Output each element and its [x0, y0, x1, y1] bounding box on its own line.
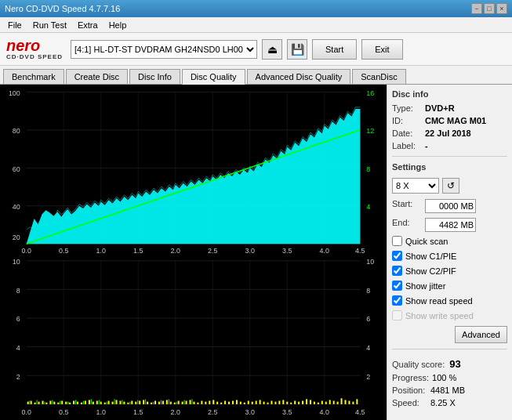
close-button[interactable]: × — [496, 3, 507, 14]
svg-text:40: 40 — [13, 203, 20, 211]
menu-file[interactable]: File — [3, 19, 27, 31]
menu-help[interactable]: Help — [104, 19, 132, 31]
disc-info-section-label: Disc info — [392, 89, 507, 99]
svg-rect-158 — [129, 402, 130, 404]
svg-rect-147 — [44, 402, 45, 404]
exit-button[interactable]: Exit — [361, 39, 402, 60]
svg-text:8: 8 — [366, 165, 370, 172]
speed-settings-row: 8 X 4 X 2 X Max ↺ — [392, 178, 507, 194]
svg-rect-114 — [240, 402, 241, 404]
svg-text:100: 100 — [9, 89, 20, 96]
refresh-button[interactable]: ↺ — [442, 178, 459, 194]
chart-area: 100 80 60 40 20 16 12 8 4 0.0 0.5 1.0 1.… — [0, 85, 387, 420]
nero-subtitle: CD·DVD SPEED — [6, 53, 63, 60]
disc-date-label: Date: — [392, 129, 422, 138]
svg-rect-85 — [127, 403, 129, 404]
settings-section-label: Settings — [392, 162, 507, 172]
position-value: 4481 MB — [430, 386, 465, 395]
svg-rect-140 — [341, 398, 343, 404]
menu-extra[interactable]: Extra — [73, 19, 103, 31]
advanced-button[interactable]: Advanced — [455, 326, 507, 343]
svg-rect-144 — [356, 399, 358, 404]
start-input[interactable] — [425, 199, 476, 213]
svg-rect-84 — [123, 402, 125, 404]
svg-rect-70 — [69, 403, 71, 404]
end-input[interactable] — [425, 218, 476, 232]
quality-score-row: Quality score: 93 — [392, 358, 507, 370]
svg-rect-135 — [321, 401, 323, 404]
quality-score-value: 93 — [449, 358, 460, 370]
disc-date-value: 22 Jul 2018 — [425, 129, 471, 138]
tab-advanced-disc-quality[interactable]: Advanced Disc Quality — [247, 69, 351, 84]
show-jitter-checkbox[interactable] — [392, 281, 402, 291]
show-c1pie-label: Show C1/PIE — [405, 252, 456, 261]
svg-rect-120 — [263, 402, 265, 404]
svg-text:8: 8 — [16, 286, 20, 294]
svg-text:4.5: 4.5 — [355, 247, 365, 255]
svg-rect-159 — [137, 400, 138, 404]
quality-score-label: Quality score: — [392, 360, 445, 369]
svg-rect-87 — [135, 402, 136, 404]
eject-icon-button[interactable]: ⏏ — [262, 39, 282, 60]
svg-rect-105 — [205, 402, 206, 404]
tab-benchmark[interactable]: Benchmark — [3, 69, 64, 84]
svg-rect-60 — [31, 401, 32, 404]
svg-text:0.0: 0.0 — [22, 407, 31, 415]
svg-text:1.0: 1.0 — [96, 247, 106, 255]
svg-rect-111 — [228, 402, 230, 404]
svg-rect-132 — [310, 400, 311, 404]
svg-rect-107 — [212, 400, 214, 404]
svg-rect-82 — [116, 400, 118, 404]
drive-selector[interactable]: [4:1] HL-DT-ST DVDRAM GH24NSD0 LH00 — [71, 40, 257, 59]
svg-rect-117 — [252, 402, 253, 404]
svg-text:2: 2 — [16, 372, 20, 380]
svg-rect-161 — [153, 402, 154, 404]
svg-rect-79 — [104, 403, 106, 404]
disc-id-value: CMC MAG M01 — [425, 116, 486, 125]
svg-rect-62 — [38, 402, 40, 404]
maximize-button[interactable]: □ — [484, 3, 495, 14]
chart-svg: 100 80 60 40 20 16 12 8 4 0.0 0.5 1.0 1.… — [3, 88, 383, 417]
nero-logo: nero — [6, 38, 40, 53]
quick-scan-label: Quick scan — [405, 237, 448, 246]
svg-rect-125 — [282, 400, 284, 404]
quick-scan-row: Quick scan — [392, 236, 507, 246]
show-read-speed-checkbox[interactable] — [392, 295, 402, 306]
start-button[interactable]: Start — [312, 39, 357, 60]
svg-rect-97 — [174, 403, 176, 404]
svg-rect-141 — [345, 400, 347, 404]
tab-disc-info[interactable]: Disc Info — [129, 69, 180, 84]
svg-rect-71 — [73, 401, 74, 404]
speed-select[interactable]: 8 X 4 X 2 X Max — [392, 178, 439, 194]
menu-run-test[interactable]: Run Test — [28, 19, 71, 31]
svg-rect-66 — [53, 402, 55, 404]
svg-rect-157 — [122, 400, 122, 404]
svg-rect-128 — [294, 401, 296, 404]
show-c1pie-checkbox[interactable] — [392, 251, 402, 261]
svg-rect-93 — [158, 402, 160, 404]
minimize-button[interactable]: − — [471, 3, 482, 14]
svg-rect-74 — [85, 401, 86, 404]
toolbar: nero CD·DVD SPEED [4:1] HL-DT-ST DVDRAM … — [0, 33, 512, 66]
quick-scan-checkbox[interactable] — [392, 236, 402, 246]
svg-rect-78 — [100, 402, 102, 404]
svg-rect-139 — [337, 402, 339, 404]
svg-rect-34 — [27, 261, 361, 404]
svg-rect-145 — [29, 401, 30, 404]
tab-create-disc[interactable]: Create Disc — [66, 69, 128, 84]
svg-rect-142 — [348, 401, 350, 404]
tab-disc-quality[interactable]: Disc Quality — [182, 69, 245, 85]
save-icon-button[interactable]: 💾 — [287, 39, 307, 60]
svg-rect-88 — [139, 401, 140, 404]
svg-text:10: 10 — [13, 258, 20, 266]
svg-rect-115 — [244, 403, 245, 404]
svg-rect-121 — [267, 403, 269, 404]
svg-rect-72 — [77, 402, 78, 404]
disc-date-row: Date: 22 Jul 2018 — [392, 129, 507, 138]
show-write-speed-checkbox[interactable] — [392, 310, 402, 320]
tab-scandisc[interactable]: ScanDisc — [352, 69, 405, 84]
svg-rect-67 — [57, 403, 59, 404]
svg-rect-95 — [166, 400, 168, 404]
show-c2pif-checkbox[interactable] — [392, 266, 402, 276]
position-row: Position: 4481 MB — [392, 386, 507, 395]
